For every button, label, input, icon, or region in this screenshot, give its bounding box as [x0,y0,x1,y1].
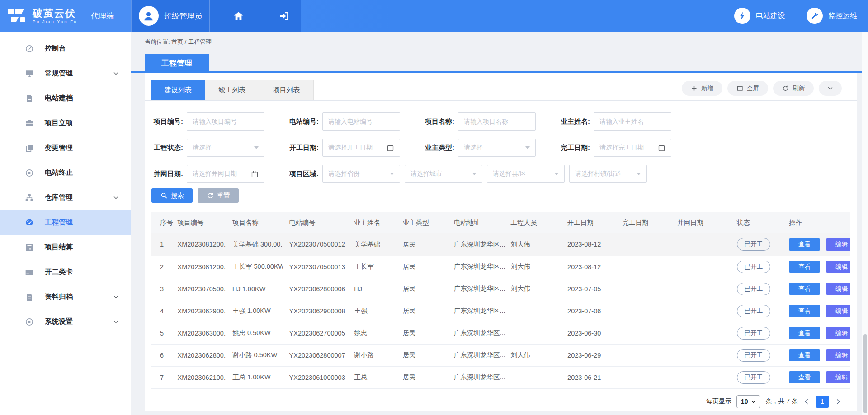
caret-down-icon [254,146,259,149]
sidebar-item-project-initiation[interactable]: 项目立项 [0,111,131,135]
sidebar-item-station-archive[interactable]: 电站建档 [0,86,131,111]
search-button[interactable]: 搜索 [151,188,193,203]
main-content: 当前位置: 首页 / 工程管理 工程管理 建设列表 竣工列表 项目列表 新增 全… [131,32,868,415]
edit-button[interactable]: 编辑 [826,261,850,273]
edit-button[interactable]: 编辑 [826,371,850,383]
project-name-input[interactable] [458,112,536,131]
tab-project-list[interactable]: 项目列表 [259,80,314,100]
nav-monitor-ops[interactable]: 监控运维 [807,0,857,32]
home-button[interactable] [209,0,267,32]
prev-page-button[interactable] [803,398,811,406]
city-select[interactable]: 请选择城市 [405,165,482,183]
sidebar-item-label: 工程管理 [45,218,73,227]
content-card: 建设列表 竣工列表 项目列表 新增 全屏 刷新 项目编号: 电站编号: 项目名称… [145,73,857,411]
project-no-input[interactable] [187,112,264,131]
status-cell: 已开工 [731,344,783,366]
owner-type-select[interactable]: 请选择 [458,139,536,157]
table-cell: XM2023062900... [171,300,226,322]
edit-button[interactable]: 编辑 [826,327,850,339]
reset-button[interactable]: 重置 [198,188,239,203]
tab-completion-list[interactable]: 竣工列表 [205,80,259,100]
copy-icon [25,144,34,153]
per-page-select[interactable]: 10 [736,395,761,408]
column-header: 电站地址 [448,212,505,233]
table-row[interactable]: 6XM2023062800...谢小路 0.50KWYX202306280000… [151,344,850,366]
county-select[interactable]: 请选择县/区 [487,165,565,183]
sidebar-item-project-management[interactable]: 工程管理 [0,210,131,235]
edit-button[interactable]: 编辑 [826,238,850,251]
caret-down-icon [554,173,559,175]
scrollbar-thumb[interactable] [863,334,867,413]
page-1-button[interactable]: 1 [816,396,829,408]
view-button[interactable]: 查看 [789,283,820,295]
table-cell: YX2023062800007 [283,344,348,366]
sidebar-item-warehouse-management[interactable]: 仓库管理 [0,185,131,210]
table-cell: 居民 [396,366,448,388]
table-row[interactable]: 4XM2023062900...王强 1.00KWYX2023062900008… [151,300,850,322]
view-button[interactable]: 查看 [789,371,820,383]
breadcrumb-path[interactable]: 首页 / 工程管理 [171,38,212,45]
province-select[interactable]: 请选择省份 [322,165,400,183]
sidebar-item-label: 项目结算 [45,242,73,252]
fullscreen-button[interactable]: 全屏 [727,81,768,96]
table-row[interactable]: 7XM2023062100...王总 1.00KWYX2023061000003… [151,366,850,388]
table-cell: 王总 [348,366,396,388]
status-badge: 已开工 [737,261,771,273]
table-cell: 3 [151,278,171,300]
scrollbar[interactable] [862,32,868,415]
view-button[interactable]: 查看 [789,349,820,361]
sidebar-item-label: 常规管理 [45,69,73,78]
edit-button[interactable]: 编辑 [826,349,850,361]
filter-label: 业主类型: [423,144,454,152]
table-row[interactable]: 2XM2023081200...王长军 500.00KWYX2023070500… [151,256,850,278]
table-cell: 1 [151,233,171,256]
filter-label: 开工日期: [287,144,319,152]
edit-button[interactable]: 编辑 [826,305,850,317]
status-cell: 已开工 [731,366,783,388]
logout-button[interactable] [267,0,301,32]
view-button[interactable]: 查看 [789,305,820,317]
town-select[interactable]: 请选择村镇/街道 [569,165,647,183]
table-row[interactable]: 3XM2023070500...HJ 1.00KWYX2023062800006… [151,278,850,300]
column-header: 项目编号 [171,212,226,233]
refresh-icon [782,85,789,92]
view-button[interactable]: 查看 [789,261,820,273]
station-no-input[interactable] [322,112,400,131]
table-cell: 王长军 500.00KW [226,256,283,278]
start-date-input[interactable]: 请选择开工日期 [322,139,400,157]
nav-power-build[interactable]: 电站建设 [734,0,785,32]
sidebar-item-system-settings[interactable]: 系统设置 [0,309,131,334]
edit-button[interactable]: 编辑 [826,283,850,295]
finish-date-input[interactable]: 请选择完工日期 [594,139,671,157]
gauge-icon [25,44,34,53]
column-header: 状态 [731,212,783,233]
sidebar-item-general-management[interactable]: 常规管理 [0,61,131,86]
actions-cell: 查看编辑 [783,300,850,322]
table-cell: 姚忠 0.50KW [226,322,283,344]
next-page-button[interactable] [834,398,842,406]
actions-cell: 查看编辑 [783,344,850,366]
tab-build-list[interactable]: 建设列表 [151,80,205,100]
sidebar-item-change-management[interactable]: 变更管理 [0,135,131,160]
sidebar-item-console[interactable]: 控制台 [0,36,131,61]
sidebar-item-station-termination[interactable]: 电站终止 [0,160,131,185]
view-button[interactable]: 查看 [789,327,820,339]
calendar-icon [658,144,665,152]
user-menu[interactable]: 超级管理员 [131,0,209,32]
collapse-filters-button[interactable] [819,81,842,96]
filter-group: 业主类型:请选择 [423,139,558,157]
page-tab-project-management[interactable]: 工程管理 [145,54,209,71]
view-button[interactable]: 查看 [789,238,820,251]
table-row[interactable]: 1XM2023081200...美学基础 300.00...YX20230705… [151,233,850,256]
grid-date-input[interactable]: 请选择并网日期 [187,165,264,183]
owner-name-input[interactable] [594,112,671,131]
project-status-select[interactable]: 请选择 [187,139,264,157]
refresh-button[interactable]: 刷新 [773,81,814,96]
sidebar-item-data-archive[interactable]: 资料归档 [0,284,131,309]
add-button[interactable]: 新增 [682,81,722,96]
table-cell [671,256,731,278]
sidebar-item-project-settlement[interactable]: 项目结算 [0,235,131,260]
sitemap-icon [25,193,34,202]
sidebar-item-second-class-card[interactable]: 开二类卡 [0,260,131,284]
table-row[interactable]: 5XM2023063000...姚忠 0.50KWYX2023062700005… [151,322,850,344]
